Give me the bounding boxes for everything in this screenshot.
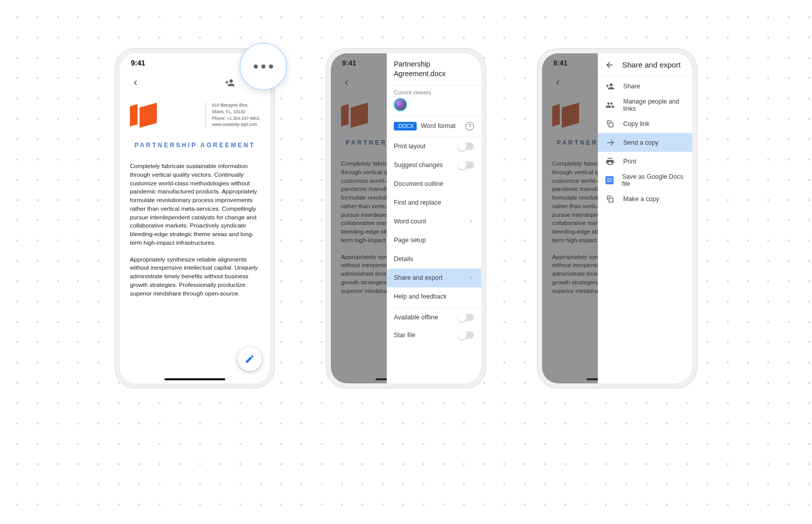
phone-frame-3: 9:41 PARTNERSHIP AGREEMENT Completely fa… — [537, 48, 697, 388]
overflow-menu: Partnership Agreement.docx Current viewe… — [387, 53, 481, 383]
copy-icon — [605, 119, 615, 128]
share-item-share[interactable]: Share — [598, 77, 692, 95]
home-indicator — [164, 378, 225, 381]
viewer-avatar[interactable] — [394, 98, 407, 111]
phone-frame-1: 9:41 610 Biscayne Blvs, Miami, F — [115, 48, 275, 388]
docx-badge: .DOCX — [394, 122, 417, 130]
share-item-copy-link[interactable]: Copy link — [598, 114, 692, 133]
back-button[interactable] — [126, 73, 145, 92]
overflow-highlight[interactable] — [240, 43, 287, 90]
share-item-save-gdocs[interactable]: Save as Google Docs file — [598, 171, 692, 189]
paragraph: Completely fabricate sustainable informa… — [130, 162, 260, 247]
more-icon — [254, 64, 273, 69]
paragraph: Appropriately synthesize reliable alignm… — [130, 255, 260, 298]
toggle-off[interactable] — [459, 314, 474, 321]
share-item-print[interactable]: Print — [598, 152, 692, 171]
menu-details[interactable]: Details — [387, 250, 481, 269]
menu-document-outline[interactable]: Document outline — [387, 175, 481, 193]
format-label: Word format — [421, 122, 456, 129]
share-title: Share and export — [622, 60, 681, 69]
menu-page-setup[interactable]: Page setup — [387, 231, 481, 250]
menu-suggest-changes[interactable]: Suggest changes — [387, 156, 481, 175]
chevron-right-icon — [468, 275, 474, 281]
help-icon[interactable]: ? — [465, 122, 474, 130]
menu-find-replace[interactable]: Find and replace — [387, 193, 481, 212]
menu-star-file[interactable]: Star file — [387, 326, 481, 345]
document-body: 610 Biscayne Blvs, Miami, FL, 33132 Phon… — [120, 93, 270, 298]
svg-rect-0 — [609, 122, 613, 126]
menu-print-layout[interactable]: Print layout — [387, 137, 481, 156]
toggle-off[interactable] — [459, 332, 474, 339]
menu-help-feedback[interactable]: Help and feedback — [387, 287, 481, 306]
chevron-right-icon — [468, 218, 474, 224]
menu-available-offline[interactable]: Available offline — [387, 307, 481, 326]
format-row[interactable]: .DOCX Word format ? — [387, 116, 481, 137]
viewers-label: Current viewers — [394, 89, 474, 95]
share-item-send-copy[interactable]: Send a copy — [598, 133, 692, 152]
print-icon — [605, 157, 615, 166]
svg-rect-1 — [609, 198, 613, 202]
share-item-make-copy[interactable]: Make a copy — [598, 189, 692, 208]
people-icon — [605, 101, 615, 110]
share-export-menu: Share and export Share Manage people and… — [598, 53, 692, 383]
add-person-button[interactable] — [220, 73, 240, 92]
toggle-off[interactable] — [459, 143, 474, 150]
menu-share-export[interactable]: Share and export — [387, 269, 481, 287]
chevron-left-icon — [130, 78, 141, 88]
share-item-manage[interactable]: Manage people and links — [598, 95, 692, 114]
company-address: 610 Biscayne Blvs, Miami, FL, 33132 Phon… — [206, 102, 260, 128]
phone-frame-2: 9:41 PARTNERSHIP AGREEMENT Completely fa… — [326, 48, 486, 388]
back-arrow-icon[interactable] — [605, 60, 614, 70]
copy-icon — [605, 194, 615, 204]
company-logo — [130, 102, 157, 125]
status-time: 9:41 — [131, 59, 145, 67]
document-title: PARTNERSHIP AGREEMENT — [130, 141, 260, 150]
menu-file-name: Partnership Agreement.docx — [387, 53, 481, 85]
edit-fab[interactable] — [238, 347, 262, 371]
person-add-icon — [225, 78, 235, 88]
send-icon — [605, 138, 615, 147]
person-add-icon — [605, 82, 615, 91]
pencil-icon — [245, 354, 255, 364]
menu-word-count[interactable]: Word count — [387, 212, 481, 231]
gdocs-icon — [605, 176, 614, 184]
toggle-off[interactable] — [459, 161, 474, 169]
